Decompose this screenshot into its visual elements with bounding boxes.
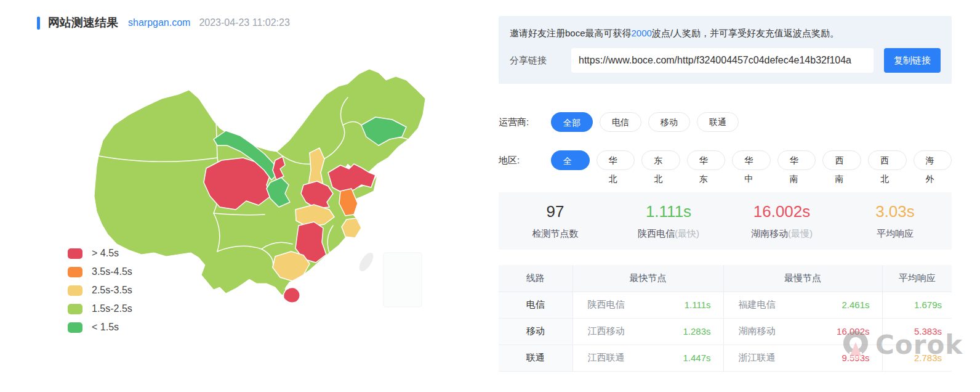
stat-fastest: 1.111s 陕西电信(最快) (612, 202, 725, 240)
legend-swatch-red (68, 248, 82, 259)
stat-node-count-label: 检测节点数 (499, 228, 612, 240)
slowest-node-value: 9.593s (841, 353, 869, 363)
legend-swatch-light-green (68, 304, 82, 314)
line-name: 电信 (499, 292, 572, 318)
page-title: 网站测速结果 (48, 15, 118, 31)
stat-average-label: 平均响应 (838, 228, 952, 240)
legend-item: < 1.5s (68, 318, 132, 337)
legend-label: 2.5s-3.5s (92, 285, 132, 296)
table-row-mobile[interactable]: 移动 江西移动 1.283s 湖南移动 16.002s 5.383s (499, 318, 952, 345)
stat-fastest-value: 1.111s (612, 202, 725, 221)
title-accent-bar (37, 17, 40, 30)
slowest-node-name: 浙江联通 (739, 352, 776, 364)
region-pill-south[interactable]: 华南 (777, 150, 816, 170)
invite-points-highlight: 2000 (632, 28, 652, 38)
summary-stats: 97 检测节点数 1.111s 陕西电信(最快) 16.002s 湖南移动(最慢… (499, 192, 952, 250)
fastest-node-value: 1.447s (683, 353, 710, 363)
legend-item: > 4.5s (68, 244, 132, 263)
average-value: 1.679s (882, 292, 952, 318)
map-legend: > 4.5s 3.5s-4.5s 2.5s-3.5s 1.5s-2.5s < 1… (68, 244, 132, 337)
table-row-telecom[interactable]: 电信 陕西电信 1.111s 福建电信 2.461s 1.679s (499, 292, 952, 318)
share-link-input[interactable] (571, 48, 874, 73)
slowest-node-value: 2.461s (841, 300, 869, 310)
legend-item: 2.5s-3.5s (68, 281, 132, 300)
region-pill-central[interactable]: 华中 (732, 150, 771, 170)
legend-label: > 4.5s (92, 248, 119, 259)
stat-slowest: 16.002s 湖南移动(最慢) (725, 202, 838, 240)
test-timestamp: 2023-04-23 11:02:23 (199, 17, 289, 28)
fastest-node-value: 1.111s (685, 300, 711, 310)
stat-fastest-label: 陕西电信(最快) (612, 228, 725, 240)
invite-text-prefix: 邀请好友注册boce最高可获得 (510, 28, 632, 38)
fastest-node-value: 1.283s (683, 326, 710, 337)
region-pill-overseas[interactable]: 海外 (914, 150, 952, 170)
stat-slowest-value: 16.002s (725, 202, 838, 221)
col-header-slowest: 最慢节点 (723, 265, 882, 292)
fastest-node-name: 陕西电信 (588, 299, 625, 311)
average-value: 2.783s (882, 345, 952, 371)
region-pill-northeast[interactable]: 东北 (641, 150, 680, 170)
carrier-pill-telecom[interactable]: 电信 (600, 112, 641, 132)
result-table: 线路 最快节点 最慢节点 平均响应 电信 陕西电信 1.111s 福建电信 2.… (499, 265, 952, 372)
legend-label: 1.5s-2.5s (92, 303, 132, 314)
stat-node-count: 97 检测节点数 (499, 202, 612, 240)
legend-label: < 1.5s (92, 322, 119, 333)
region-pill-all[interactable]: 全部 (551, 150, 590, 170)
province-hainan (284, 287, 300, 303)
legend-swatch-yellow (68, 285, 82, 296)
invite-text: 邀请好友注册boce最高可获得2000波点/人奖励，并可享受好友充值返波点奖励。 (510, 28, 941, 39)
region-pill-north[interactable]: 华北 (596, 150, 635, 170)
share-link-label: 分享链接 (510, 55, 553, 67)
stat-slowest-label: 湖南移动(最慢) (725, 228, 838, 240)
province-taiwan (356, 250, 376, 273)
region-pills: 全部 华北 东北 华东 华中 华南 西南 西北 海外 (551, 150, 952, 170)
invite-text-suffix: 波点/人奖励，并可享受好友充值返波点奖励。 (652, 28, 839, 38)
region-filter-label: 地区: (499, 155, 551, 166)
average-value: 5.383s (882, 318, 952, 345)
fastest-node-name: 江西移动 (588, 325, 625, 337)
carrier-pill-mobile[interactable]: 移动 (648, 112, 690, 132)
col-header-line: 线路 (499, 265, 572, 292)
carrier-filter-label: 运营商: (499, 116, 551, 128)
legend-swatch-orange (68, 267, 82, 277)
col-header-average: 平均响应 (882, 265, 952, 292)
carrier-pills: 全部 电信 移动 联通 (551, 112, 739, 132)
slowest-node-value: 16.002s (837, 326, 869, 337)
legend-swatch-green (68, 322, 82, 333)
region-pill-southwest[interactable]: 西南 (822, 150, 861, 170)
legend-label: 3.5s-4.5s (92, 266, 132, 277)
table-header-row: 线路 最快节点 最慢节点 平均响应 (499, 265, 952, 292)
carrier-pill-unicom[interactable]: 联通 (697, 112, 739, 132)
tested-domain-link[interactable]: sharpgan.com (128, 17, 190, 28)
slowest-node-name: 湖南移动 (739, 325, 776, 337)
copy-link-button[interactable]: 复制链接 (884, 48, 941, 73)
carrier-pill-all[interactable]: 全部 (551, 112, 593, 132)
line-name: 移动 (499, 318, 572, 345)
slowest-node-name: 福建电信 (739, 299, 776, 311)
stat-node-count-value: 97 (499, 202, 612, 221)
col-header-fastest: 最快节点 (572, 265, 723, 292)
carrier-filter-row: 运营商: 全部 电信 移动 联通 (499, 112, 739, 132)
legend-item: 1.5s-2.5s (68, 300, 132, 318)
stat-average-value: 3.03s (838, 202, 952, 221)
south-china-sea-inset (384, 253, 422, 307)
line-name: 联通 (499, 345, 572, 371)
share-link-row: 分享链接 复制链接 (510, 48, 941, 73)
fastest-node-name: 江西联通 (588, 352, 625, 364)
page: 网站测速结果 sharpgan.com 2023-04-23 11:02:23 (0, 0, 980, 392)
region-pill-northwest[interactable]: 西北 (868, 150, 907, 170)
region-filter-row: 地区: 全部 华北 东北 华东 华中 华南 西南 西北 海外 (499, 150, 952, 170)
legend-item: 3.5s-4.5s (68, 263, 132, 281)
stat-average: 3.03s 平均响应 (838, 202, 952, 240)
invite-banner: 邀请好友注册boce最高可获得2000波点/人奖励，并可享受好友充值返波点奖励。… (499, 16, 952, 84)
table-row-unicom[interactable]: 联通 江西联通 1.447s 浙江联通 9.593s 2.783s (499, 345, 952, 371)
page-title-row: 网站测速结果 sharpgan.com 2023-04-23 11:02:23 (37, 15, 290, 31)
region-pill-east[interactable]: 华东 (687, 150, 726, 170)
